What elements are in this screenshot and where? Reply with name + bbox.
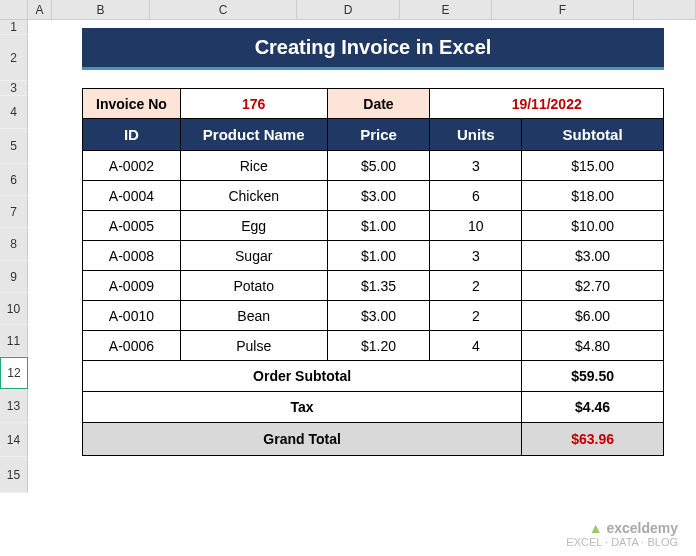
watermark-tag: EXCEL · DATA · BLOG [566,536,678,548]
row-header[interactable]: 1 [0,20,28,35]
grand-total-value[interactable]: $63.96 [522,423,664,456]
table-row: A-0008Sugar$1.003$3.00 [83,241,664,271]
cell-price[interactable]: $1.35 [327,271,430,301]
table-row: A-0002Rice$5.003$15.00 [83,151,664,181]
table-row: A-0006Pulse$1.204$4.80 [83,331,664,361]
cell-product[interactable]: Bean [180,301,327,331]
cell-price[interactable]: $1.20 [327,331,430,361]
row-header[interactable]: 9 [0,261,28,293]
header-price[interactable]: Price [327,119,430,151]
cell-price[interactable]: $3.00 [327,181,430,211]
invoice-table: Invoice No 176 Date 19/11/2022 ID Produc… [82,88,664,456]
table-row: A-0009Potato$1.352$2.70 [83,271,664,301]
cell-product[interactable]: Sugar [180,241,327,271]
cell-price[interactable]: $5.00 [327,151,430,181]
col-header[interactable]: E [400,0,492,19]
invoice-no-value[interactable]: 176 [180,89,327,119]
cell-subtotal[interactable]: $2.70 [522,271,664,301]
cell-product[interactable]: Egg [180,211,327,241]
cell-units[interactable]: 2 [430,301,522,331]
col-header[interactable]: D [297,0,400,19]
header-subtotal[interactable]: Subtotal [522,119,664,151]
column-headers: ABCDEF [0,0,696,20]
cell-subtotal[interactable]: $3.00 [522,241,664,271]
cell-subtotal[interactable]: $4.80 [522,331,664,361]
cell-subtotal[interactable]: $6.00 [522,301,664,331]
cell-id[interactable]: A-0002 [83,151,181,181]
col-header[interactable]: F [492,0,634,19]
col-header[interactable]: A [28,0,52,19]
page-title: Creating Invoice in Excel [82,28,664,70]
watermark-brand: ▲ exceldemy [566,521,678,536]
row-header[interactable]: 12 [0,357,28,389]
cell-price[interactable]: $1.00 [327,241,430,271]
row-header[interactable]: 8 [0,228,28,261]
order-subtotal-value[interactable]: $59.50 [522,361,664,392]
tax-label[interactable]: Tax [83,392,522,423]
invoice-date-value[interactable]: 19/11/2022 [430,89,664,119]
row-header[interactable]: 2 [0,35,28,81]
cell-id[interactable]: A-0010 [83,301,181,331]
cell-subtotal[interactable]: $10.00 [522,211,664,241]
cell-units[interactable]: 2 [430,271,522,301]
col-header[interactable]: C [150,0,297,19]
row-header[interactable]: 13 [0,389,28,423]
col-header[interactable] [634,0,696,19]
cell-id[interactable]: A-0009 [83,271,181,301]
header-units[interactable]: Units [430,119,522,151]
order-subtotal-row: Order Subtotal $59.50 [83,361,664,392]
order-subtotal-label[interactable]: Order Subtotal [83,361,522,392]
grand-total-label[interactable]: Grand Total [83,423,522,456]
cell-units[interactable]: 3 [430,151,522,181]
cell-id[interactable]: A-0006 [83,331,181,361]
row-header[interactable]: 11 [0,325,28,357]
cell-product[interactable]: Chicken [180,181,327,211]
col-header[interactable]: B [52,0,150,19]
cell-units[interactable]: 3 [430,241,522,271]
cell-units[interactable]: 6 [430,181,522,211]
cell-product[interactable]: Potato [180,271,327,301]
cell-id[interactable]: A-0005 [83,211,181,241]
tax-row: Tax $4.46 [83,392,664,423]
cell-id[interactable]: A-0004 [83,181,181,211]
row-header[interactable]: 3 [0,81,28,96]
header-product[interactable]: Product Name [180,119,327,151]
cell-subtotal[interactable]: $18.00 [522,181,664,211]
table-row: A-0010Bean$3.002$6.00 [83,301,664,331]
cell-units[interactable]: 4 [430,331,522,361]
invoice-meta-row: Invoice No 176 Date 19/11/2022 [83,89,664,119]
row-header[interactable]: 5 [0,129,28,164]
header-id[interactable]: ID [83,119,181,151]
table-row: A-0004Chicken$3.006$18.00 [83,181,664,211]
col-header[interactable] [0,0,28,19]
row-header[interactable]: 7 [0,196,28,228]
row-header[interactable]: 6 [0,164,28,196]
row-header[interactable]: 14 [0,423,28,457]
cell-product[interactable]: Pulse [180,331,327,361]
cell-product[interactable]: Rice [180,151,327,181]
cell-id[interactable]: A-0008 [83,241,181,271]
row-header[interactable]: 10 [0,293,28,325]
cell-price[interactable]: $1.00 [327,211,430,241]
cell-subtotal[interactable]: $15.00 [522,151,664,181]
row-header[interactable]: 4 [0,96,28,129]
cell-units[interactable]: 10 [430,211,522,241]
cell-price[interactable]: $3.00 [327,301,430,331]
watermark: ▲ exceldemy EXCEL · DATA · BLOG [566,521,678,548]
grand-total-row: Grand Total $63.96 [83,423,664,456]
row-headers: 123456789101112131415 [0,20,28,493]
invoice-date-label[interactable]: Date [327,89,430,119]
table-row: A-0005Egg$1.0010$10.00 [83,211,664,241]
tax-value[interactable]: $4.46 [522,392,664,423]
invoice-no-label[interactable]: Invoice No [83,89,181,119]
row-header[interactable]: 15 [0,457,28,493]
table-header-row: ID Product Name Price Units Subtotal [83,119,664,151]
